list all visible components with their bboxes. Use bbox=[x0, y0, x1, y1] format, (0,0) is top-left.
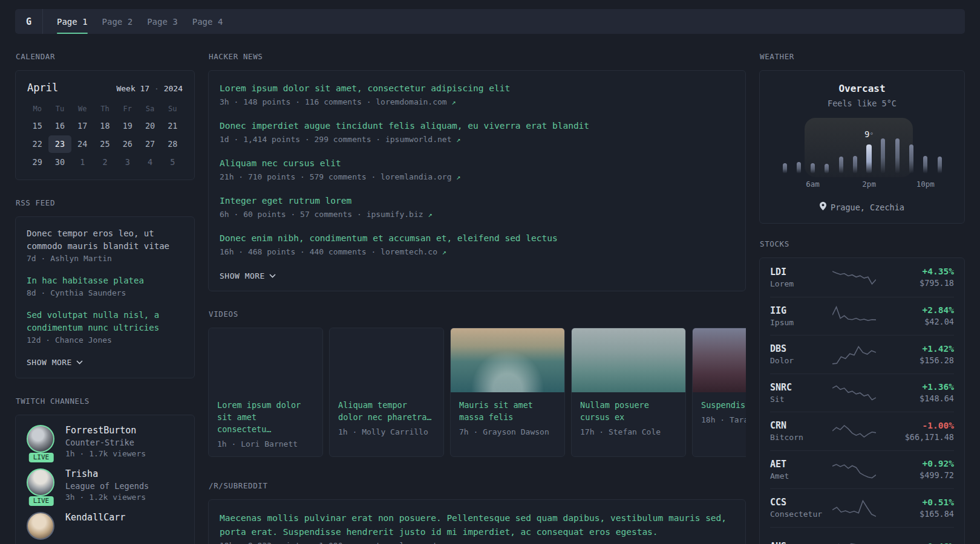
chevron-down-icon bbox=[269, 274, 276, 278]
weather-bar bbox=[909, 144, 913, 173]
external-link-icon[interactable]: ↗ bbox=[456, 135, 460, 144]
calendar-weekday: Fr bbox=[116, 102, 139, 117]
stock-row[interactable]: IIGIpsum+2.84%$42.04 bbox=[770, 297, 954, 335]
calendar-weekday: Sa bbox=[139, 102, 161, 117]
video-title[interactable]: Aliquam tempor dolor nec pharetra… bbox=[338, 399, 435, 423]
calendar-day[interactable]: 15 bbox=[26, 117, 48, 135]
stock-values: +0.51%$165.84 bbox=[876, 497, 954, 519]
stock-id: SNRCSit bbox=[770, 382, 832, 404]
stock-symbol[interactable]: DBS bbox=[770, 343, 832, 354]
hackernews-item-title[interactable]: Donec imperdiet augue tincidunt felis al… bbox=[220, 120, 734, 132]
hackernews-item-meta: 1d · 1,414 points · 299 comments · ipsum… bbox=[220, 135, 734, 144]
twitch-channel-info: KendallCarr bbox=[65, 512, 125, 540]
rss-item-title[interactable]: Donec tempor eros leo, ut commodo mauris… bbox=[27, 227, 183, 253]
stock-symbol[interactable]: CRN bbox=[770, 420, 832, 431]
calendar-day[interactable]: 18 bbox=[94, 117, 116, 135]
stock-symbol[interactable]: IIG bbox=[770, 305, 832, 316]
subreddit-post-title[interactable]: Maecenas mollis pulvinar erat non posuer… bbox=[220, 511, 734, 539]
rss-show-more-button[interactable]: SHOW MORE bbox=[27, 358, 83, 367]
video-thumbnail[interactable] bbox=[572, 328, 685, 392]
calendar-day[interactable]: 28 bbox=[162, 135, 184, 153]
stock-row[interactable]: LDILorem+4.35%$795.18 bbox=[770, 258, 954, 297]
video-title[interactable]: Nullam posuere cursus ex bbox=[580, 399, 677, 423]
hackernews-show-more-button[interactable]: SHOW MORE bbox=[220, 271, 276, 280]
calendar-day[interactable]: 16 bbox=[48, 117, 71, 135]
stock-symbol[interactable]: AET bbox=[770, 459, 832, 470]
calendar-weekday: Tu bbox=[48, 102, 71, 117]
video-meta: 18h · Tara bbox=[701, 415, 746, 424]
weather-bar bbox=[811, 163, 815, 173]
video-title[interactable]: Mauris sit amet massa felis bbox=[459, 399, 556, 423]
video-thumbnail[interactable] bbox=[330, 328, 443, 392]
nav-tab-page-3[interactable]: Page 3 bbox=[147, 9, 178, 34]
nav-tab-page-2[interactable]: Page 2 bbox=[102, 9, 133, 34]
stock-row[interactable]: AETAmet+0.92%$499.72 bbox=[770, 450, 954, 489]
avatar[interactable] bbox=[27, 425, 54, 453]
calendar-day[interactable]: 30 bbox=[48, 154, 71, 171]
calendar-day-selected[interactable]: 23 bbox=[48, 135, 71, 153]
app-logo[interactable]: G bbox=[15, 9, 43, 34]
hackernews-item-title[interactable]: Aliquam nec cursus elit bbox=[220, 157, 734, 170]
video-thumbnail[interactable] bbox=[451, 328, 564, 392]
nav-tab-page-4[interactable]: Page 4 bbox=[192, 9, 223, 34]
stock-row[interactable]: CRNBitcorn-1.00%$66,171.48 bbox=[770, 412, 954, 450]
calendar-day[interactable]: 20 bbox=[139, 117, 161, 135]
calendar-day[interactable]: 2 bbox=[94, 154, 116, 171]
stock-values: +0.46% bbox=[876, 542, 954, 544]
calendar-day[interactable]: 25 bbox=[94, 135, 116, 153]
calendar-day[interactable]: 5 bbox=[162, 154, 184, 171]
stock-row[interactable]: AHS+0.46% bbox=[770, 527, 954, 544]
nav-tab-page-1[interactable]: Page 1 bbox=[57, 9, 88, 34]
external-link-icon[interactable]: ↗ bbox=[428, 210, 432, 219]
stock-symbol[interactable]: LDI bbox=[770, 267, 832, 277]
avatar[interactable] bbox=[27, 512, 54, 540]
external-link-icon[interactable]: ↗ bbox=[461, 542, 465, 544]
video-thumbnail[interactable] bbox=[209, 328, 322, 392]
calendar-day[interactable]: 27 bbox=[139, 135, 161, 153]
hackernews-item: Donec imperdiet augue tincidunt felis al… bbox=[220, 120, 734, 144]
avatar[interactable] bbox=[27, 468, 54, 496]
rss-item-title[interactable]: In hac habitasse platea bbox=[27, 274, 183, 287]
rss-item-title[interactable]: Sed volutpat nulla nisl, a condimentum n… bbox=[27, 309, 183, 334]
video-title[interactable]: Suspendisse diam bbox=[701, 399, 746, 411]
twitch-channel-row: KendallCarr bbox=[27, 512, 183, 540]
calendar-day[interactable]: 24 bbox=[71, 135, 94, 153]
external-link-icon[interactable]: ↗ bbox=[442, 248, 446, 256]
stock-symbol[interactable]: AHS bbox=[770, 541, 832, 544]
video-card: Nullam posuere cursus ex17h · Stefan Col… bbox=[571, 328, 686, 457]
twitch-channel-info: ForrestBurtonCounter-Strike1h · 1.7k vie… bbox=[65, 425, 146, 458]
calendar-day[interactable]: 17 bbox=[71, 117, 94, 135]
calendar-day[interactable]: 3 bbox=[116, 154, 139, 171]
twitch-channel-name[interactable]: ForrestBurton bbox=[65, 425, 146, 436]
calendar-day[interactable]: 22 bbox=[26, 135, 48, 153]
calendar-day[interactable]: 21 bbox=[162, 117, 184, 135]
hackernews-item-title[interactable]: Integer eget rutrum lorem bbox=[220, 195, 734, 207]
calendar-day[interactable]: 4 bbox=[139, 154, 161, 171]
twitch-channel-name[interactable]: Trisha bbox=[65, 468, 149, 479]
calendar-day[interactable]: 26 bbox=[116, 135, 139, 153]
video-card: Mauris sit amet massa felis7h · Grayson … bbox=[450, 328, 565, 457]
twitch-channel-meta: 3h · 1.2k viewers bbox=[65, 493, 149, 502]
stock-symbol[interactable]: SNRC bbox=[770, 382, 832, 393]
external-link-icon[interactable]: ↗ bbox=[456, 173, 460, 181]
hackernews-item-title[interactable]: Donec enim nibh, condimentum et accumsan… bbox=[220, 232, 734, 245]
calendar-day[interactable]: 29 bbox=[26, 154, 48, 171]
hackernews-item-title[interactable]: Lorem ipsum dolor sit amet, consectetur … bbox=[220, 82, 734, 95]
video-title[interactable]: Lorem ipsum dolor sit amet consectetu… bbox=[217, 399, 314, 435]
weather-bar bbox=[881, 138, 885, 173]
external-link-icon[interactable]: ↗ bbox=[452, 98, 456, 106]
stock-id: CRNBitcorn bbox=[770, 420, 832, 442]
calendar-day[interactable]: 1 bbox=[71, 154, 94, 171]
hackernews-item: Integer eget rutrum lorem6h · 60 points … bbox=[220, 195, 734, 219]
video-meta: 17h · Stefan Cole bbox=[580, 427, 677, 436]
twitch-channel-name[interactable]: KendallCarr bbox=[65, 512, 125, 523]
video-thumbnail[interactable] bbox=[693, 328, 746, 392]
videos-section-label: VIDEOS bbox=[209, 309, 746, 319]
stock-row[interactable]: SNRCSit+1.36%$148.64 bbox=[770, 374, 954, 412]
stock-symbol[interactable]: CCS bbox=[770, 497, 832, 508]
stock-price: $795.18 bbox=[876, 278, 954, 288]
stock-row[interactable]: CCSConsectetur+0.51%$165.84 bbox=[770, 488, 954, 527]
calendar-day[interactable]: 19 bbox=[116, 117, 139, 135]
weather-bar bbox=[839, 157, 843, 173]
stock-row[interactable]: DBSDolor+1.42%$156.28 bbox=[770, 335, 954, 374]
